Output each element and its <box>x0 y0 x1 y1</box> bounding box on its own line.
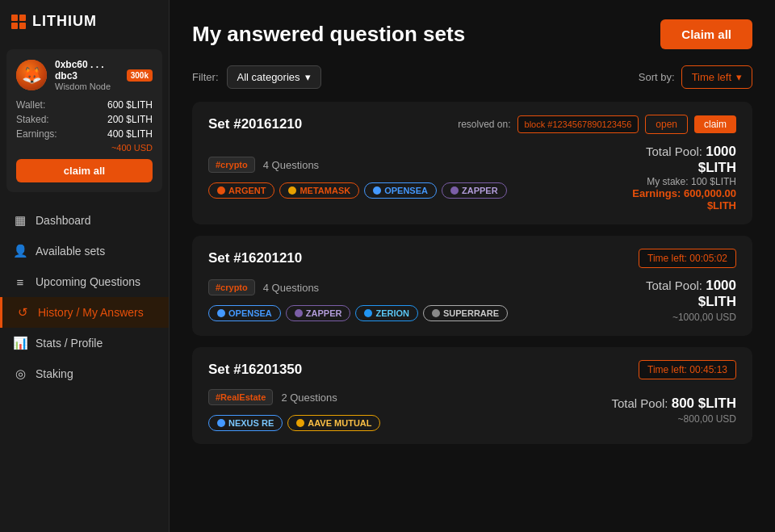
block-badge: block #1234567890123456 <box>517 115 639 133</box>
zapper-label-2: ZAPPER <box>306 308 342 318</box>
filter-value: All categories <box>237 71 300 83</box>
sidebar-item-available[interactable]: 👤 Available sets <box>0 236 169 266</box>
protocol-superrare[interactable]: SUPERRARE <box>423 305 508 321</box>
pool-stake-1: My stake: 100 $LITH <box>605 176 736 187</box>
nexus-label: NEXUS RE <box>228 418 274 428</box>
sort-value: Time left <box>692 71 731 83</box>
staking-icon: ◎ <box>13 367 27 381</box>
category-tag-3: #RealEstate <box>208 389 273 405</box>
tags-area-3: #RealEstate 2 Questions NEXUS RE AAVE MU… <box>208 389 514 431</box>
earnings-value-1: 600,000.00 $LITH <box>684 187 736 212</box>
pool-earnings-1: Earnings: 600,000.00 $LITH <box>605 187 736 212</box>
pool-label-3: Total Pool: <box>611 396 668 410</box>
pool-label-2: Total Pool: <box>646 279 702 292</box>
question-set-card-2: Set #16201210 Time left: 00:05:02 #crypt… <box>192 236 752 336</box>
protocol-zerion[interactable]: ZERION <box>355 305 418 321</box>
argent-dot <box>217 186 225 195</box>
history-icon: ↺ <box>15 305 30 320</box>
time-badge-2: Time left: 00:05:02 <box>639 249 736 268</box>
superrare-dot <box>432 309 440 317</box>
protocol-opensea-1[interactable]: OPENSEA <box>364 182 437 199</box>
sidebar-item-stats[interactable]: 📊 Stats / Profile <box>0 328 169 358</box>
pool-total-2: Total Pool: 1000 $LITH <box>609 278 736 310</box>
stats-icon: 📊 <box>13 336 27 350</box>
open-button-1[interactable]: open <box>645 115 688 134</box>
stake-value-1: 100 $LITH <box>691 176 736 187</box>
wallet-value: 600 $LITH <box>107 99 153 111</box>
sidebar-item-staking[interactable]: ◎ Staking <box>0 358 169 389</box>
protocol-nexus[interactable]: NEXUS RE <box>208 415 283 431</box>
pool-value-3: 800 $LITH <box>672 396 736 411</box>
protocol-zapper-1[interactable]: ZAPPER <box>442 182 507 199</box>
claim-button-1[interactable]: claim <box>694 115 736 133</box>
earnings-row: Earnings: 400 $LITH <box>16 128 153 140</box>
resolved-label: resolved on: <box>458 119 510 130</box>
nav-menu: ▦ Dashboard 👤 Available sets ≡ Upcoming … <box>0 205 169 532</box>
earnings-usd: ~400 USD <box>16 143 153 153</box>
protocol-argent[interactable]: ARGENT <box>208 182 274 199</box>
sidebar-item-label: History / My Answers <box>38 306 144 319</box>
profile-badge: 300k <box>127 69 153 82</box>
sidebar-item-upcoming[interactable]: ≡ Upcoming Questions <box>0 266 169 297</box>
card-top-row-2: Set #16201210 Time left: 00:05:02 <box>208 249 736 268</box>
profile-top: 🦊 0xbc60 . . . dbc3 Wisdom Node 300k <box>16 59 153 91</box>
nexus-dot <box>217 419 225 427</box>
wallet-label: Wallet: <box>16 99 45 111</box>
sidebar-item-label: Upcoming Questions <box>36 275 140 288</box>
pool-info-1: Total Pool: 1000 $LITH My stake: 100 $LI… <box>605 144 736 212</box>
card-bottom-row-3: #RealEstate 2 Questions NEXUS RE AAVE MU… <box>208 389 736 431</box>
superrare-label: SUPERRARE <box>443 308 499 318</box>
protocol-opensea-2[interactable]: OPENSEA <box>208 305 281 321</box>
sidebar: LITHIUM 🦊 0xbc60 . . . dbc3 Wisdom Node … <box>0 0 170 532</box>
opensea-label-1: OPENSEA <box>384 186 428 195</box>
category-tag-1: #crypto <box>208 157 255 173</box>
dashboard-icon: ▦ <box>13 213 27 228</box>
card-top-row-3: Set #16201350 Time left: 00:45:13 <box>208 360 736 379</box>
sidebar-item-history[interactable]: ↺ History / My Answers <box>0 297 169 328</box>
protocol-metamask[interactable]: METAMASK <box>279 182 359 199</box>
metamask-label: METAMASK <box>300 186 350 195</box>
staked-row: Staked: 200 $LITH <box>16 114 153 125</box>
set-title-2: Set #16201210 <box>208 250 302 266</box>
aave-label: AAVE MUTUAL <box>308 418 371 428</box>
protocol-zapper-2[interactable]: ZAPPER <box>286 305 351 321</box>
tags-area-1: #crypto 4 Questions ARGENT METAMASK OPEN… <box>208 157 605 199</box>
logo-text: LITHIUM <box>32 13 97 30</box>
category-tag-2: #crypto <box>208 279 255 295</box>
main-header: My answered question sets Claim all <box>192 19 752 49</box>
filter-dropdown[interactable]: All categories ▾ <box>227 65 321 89</box>
set-title-1: Set #20161210 <box>208 116 302 132</box>
wallet-row: Wallet: 600 $LITH <box>16 99 153 111</box>
sidebar-item-dashboard[interactable]: ▦ Dashboard <box>0 205 169 236</box>
sort-arrow: ▾ <box>736 71 742 83</box>
claim-all-small-button[interactable]: claim all <box>16 159 153 182</box>
question-set-card-1: Set #20161210 resolved on: block #123456… <box>192 102 752 224</box>
question-set-card-3: Set #16201350 Time left: 00:45:13 #RealE… <box>192 347 752 444</box>
zapper-label-1: ZAPPER <box>462 186 498 195</box>
profile-card: 🦊 0xbc60 . . . dbc3 Wisdom Node 300k Wal… <box>6 49 162 192</box>
filter-arrow: ▾ <box>305 71 311 83</box>
staked-label: Staked: <box>16 114 49 125</box>
sidebar-item-label: Available sets <box>36 245 105 258</box>
earnings-label-1: Earnings: <box>632 187 681 199</box>
pool-info-2: Total Pool: 1000 $LITH ~1000,00 USD <box>609 278 736 323</box>
page-title: My answered question sets <box>192 22 465 47</box>
sort-dropdown[interactable]: Time left ▾ <box>681 65 752 89</box>
sidebar-item-label: Stats / Profile <box>36 337 103 350</box>
sort-label: Sort by: <box>639 71 675 83</box>
pool-info-3: Total Pool: 800 $LITH ~800,00 USD <box>611 396 736 425</box>
zerion-dot <box>364 309 372 317</box>
logo-area: LITHIUM <box>0 0 169 43</box>
time-badge-3: Time left: 00:45:13 <box>639 360 736 379</box>
pool-usd-2: ~1000,00 USD <box>609 312 736 323</box>
pool-value-2: 1000 $LITH <box>698 278 736 309</box>
earnings-value: 400 $LITH <box>107 128 153 140</box>
resolved-area: resolved on: block #1234567890123456 ope… <box>458 115 736 134</box>
card-bottom-row-1: #crypto 4 Questions ARGENT METAMASK OPEN… <box>208 144 736 212</box>
avatar: 🦊 <box>16 60 47 90</box>
protocol-aave[interactable]: AAVE MUTUAL <box>287 415 380 431</box>
claim-all-button[interactable]: Claim all <box>660 19 752 49</box>
profile-info: 0xbc60 . . . dbc3 Wisdom Node <box>55 59 119 91</box>
earnings-label: Earnings: <box>16 128 57 140</box>
zapper-dot-2 <box>295 309 303 317</box>
